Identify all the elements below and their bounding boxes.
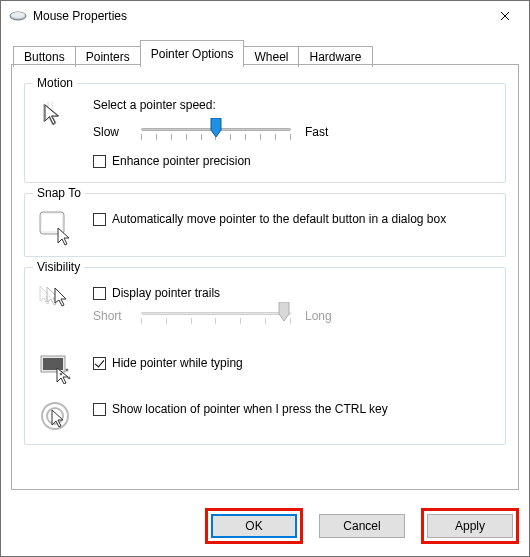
hide-typing-icon (35, 352, 79, 384)
hide-typing-checkbox[interactable] (93, 357, 106, 370)
tab-strip: Buttons Pointers Pointer Options Wheel H… (13, 39, 519, 64)
enhance-precision-checkbox[interactable] (93, 155, 106, 168)
svg-point-7 (66, 369, 68, 371)
snapto-checkbox[interactable] (93, 213, 106, 226)
pointer-trails-icon (35, 282, 79, 314)
close-button[interactable] (485, 2, 525, 30)
ctrl-locate-icon (35, 398, 79, 434)
pointer-speed-label: Select a pointer speed: (93, 98, 495, 112)
svg-point-1 (11, 12, 25, 18)
slider-fast-label: Fast (305, 125, 339, 139)
ctrl-locate-checkbox[interactable] (93, 403, 106, 416)
titlebar: Mouse Properties (1, 1, 529, 31)
group-title-visibility: Visibility (33, 260, 84, 274)
snap-to-icon (35, 208, 79, 246)
pointer-trails-slider (141, 304, 291, 328)
tab-panel-pointer-options: Motion Select a pointer (11, 64, 519, 490)
ok-button[interactable]: OK (211, 514, 297, 538)
svg-rect-5 (43, 358, 63, 370)
trails-checkbox[interactable] (93, 287, 106, 300)
cursor-speed-icon (35, 98, 79, 134)
tab-pointer-options[interactable]: Pointer Options (140, 40, 245, 65)
svg-point-8 (68, 377, 70, 379)
trails-long-label: Long (305, 309, 339, 323)
ctrl-locate-label: Show location of pointer when I press th… (112, 402, 388, 416)
mouse-icon (9, 10, 27, 22)
snapto-label: Automatically move pointer to the defaul… (112, 212, 446, 226)
trails-short-label: Short (93, 309, 127, 323)
window-title: Mouse Properties (33, 9, 485, 23)
apply-button[interactable]: Apply (427, 514, 513, 538)
hide-typing-label: Hide pointer while typing (112, 356, 243, 370)
slider-slow-label: Slow (93, 125, 127, 139)
group-motion: Motion Select a pointer (24, 83, 506, 183)
group-title-snapto: Snap To (33, 186, 85, 200)
pointer-speed-slider[interactable] (141, 120, 291, 144)
mouse-properties-dialog: Mouse Properties Buttons Pointers Pointe… (0, 0, 530, 557)
trails-label: Display pointer trails (112, 286, 220, 300)
group-visibility: Visibility (24, 267, 506, 445)
svg-point-6 (60, 373, 62, 375)
dialog-buttons: OK Cancel Apply (1, 500, 529, 556)
enhance-precision-label: Enhance pointer precision (112, 154, 251, 168)
group-title-motion: Motion (33, 76, 77, 90)
group-snap-to: Snap To Automatically move pointer to th… (24, 193, 506, 257)
cancel-button[interactable]: Cancel (319, 514, 405, 538)
